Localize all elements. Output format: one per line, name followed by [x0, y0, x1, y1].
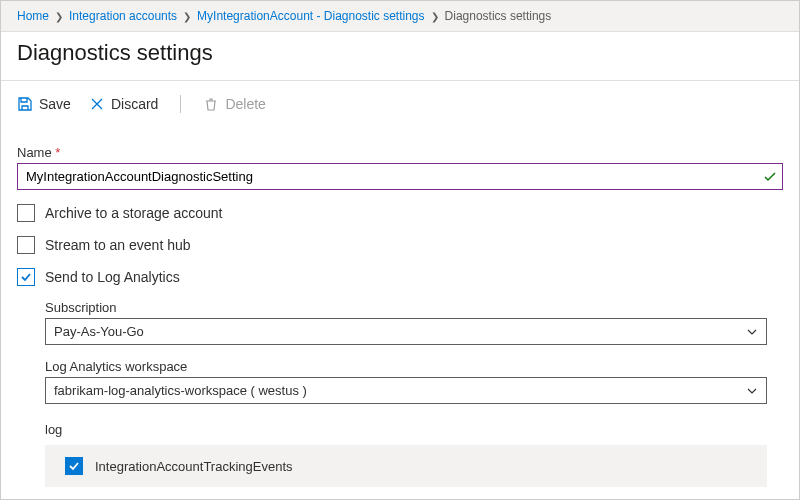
checkmark-icon: [68, 460, 80, 472]
save-button[interactable]: Save: [17, 96, 71, 112]
stream-eventhub-label: Stream to an event hub: [45, 237, 191, 253]
archive-storage-checkbox[interactable]: [17, 204, 35, 222]
chevron-down-icon: [746, 326, 758, 338]
form: Name * Archive to a storage account Stre…: [1, 127, 799, 500]
chevron-right-icon: ❯: [183, 11, 191, 22]
log-section-label: log: [45, 422, 767, 437]
save-icon: [17, 96, 33, 112]
stream-eventhub-checkbox[interactable]: [17, 236, 35, 254]
breadcrumb: Home ❯ Integration accounts ❯ MyIntegrat…: [1, 1, 799, 32]
log-item-label: IntegrationAccountTrackingEvents: [95, 459, 293, 474]
archive-storage-label: Archive to a storage account: [45, 205, 222, 221]
checkmark-icon: [20, 271, 32, 283]
subscription-value: Pay-As-You-Go: [54, 324, 144, 339]
name-input[interactable]: [17, 163, 783, 190]
discard-label: Discard: [111, 96, 158, 112]
name-label: Name *: [17, 145, 783, 160]
save-label: Save: [39, 96, 71, 112]
log-item-row: IntegrationAccountTrackingEvents: [45, 445, 767, 487]
discard-button[interactable]: Discard: [89, 96, 158, 112]
trash-icon: [203, 96, 219, 112]
close-icon: [89, 96, 105, 112]
log-item-checkbox[interactable]: [65, 457, 83, 475]
breadcrumb-home[interactable]: Home: [17, 9, 49, 23]
checkmark-valid-icon: [763, 170, 777, 184]
workspace-select[interactable]: fabrikam-log-analytics-workspace ( westu…: [45, 377, 767, 404]
chevron-down-icon: [746, 385, 758, 397]
chevron-right-icon: ❯: [431, 11, 439, 22]
toolbar: Save Discard Delete: [1, 81, 799, 127]
chevron-right-icon: ❯: [55, 11, 63, 22]
breadcrumb-account-diagnostic-settings[interactable]: MyIntegrationAccount - Diagnostic settin…: [197, 9, 424, 23]
subscription-select[interactable]: Pay-As-You-Go: [45, 318, 767, 345]
breadcrumb-current: Diagnostics settings: [445, 9, 552, 23]
subscription-label: Subscription: [45, 300, 767, 315]
page-title: Diagnostics settings: [1, 32, 799, 81]
required-indicator: *: [55, 145, 60, 160]
delete-button: Delete: [203, 96, 265, 112]
breadcrumb-integration-accounts[interactable]: Integration accounts: [69, 9, 177, 23]
log-analytics-label: Send to Log Analytics: [45, 269, 180, 285]
toolbar-divider: [180, 95, 181, 113]
delete-label: Delete: [225, 96, 265, 112]
log-analytics-checkbox[interactable]: [17, 268, 35, 286]
workspace-label: Log Analytics workspace: [45, 359, 767, 374]
workspace-value: fabrikam-log-analytics-workspace ( westu…: [54, 383, 307, 398]
